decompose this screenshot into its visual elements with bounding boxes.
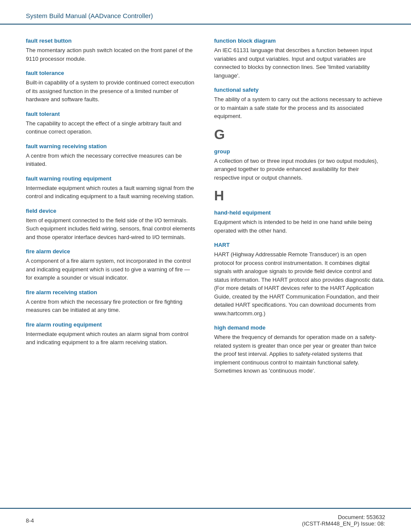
- main-content: fault reset buttonThe momentary action p…: [0, 25, 411, 386]
- term-title-hart: HART: [214, 242, 385, 248]
- term-body-fault-warning-receiving-station: A centre from which the necessary correc…: [26, 152, 197, 168]
- term-title-function-block-diagram: function block diagram: [214, 37, 385, 44]
- term-title-group: group: [214, 148, 385, 155]
- term-body-function-block-diagram: An IEC 61131 language that describes a f…: [214, 46, 385, 80]
- page: System Build Manual (AADvance Controller…: [0, 0, 411, 532]
- term-body-fault-tolerance: Built-in capability of a system to provi…: [26, 78, 197, 104]
- page-title: System Build Manual (AADvance Controller…: [26, 12, 153, 19]
- term-title-fault-reset-button: fault reset button: [26, 37, 197, 44]
- document-info: Document: 553632 (ICSTT-RM448_EN_P) Issu…: [302, 514, 385, 527]
- term-body-hand-held-equipment: Equipment which is intended to be held i…: [214, 218, 385, 235]
- term-body-high-demand-mode: Where the frequency of demands for opera…: [214, 333, 385, 375]
- left-column: fault reset buttonThe momentary action p…: [26, 37, 197, 377]
- term-title-fire-alarm-device: fire alarm device: [26, 248, 197, 255]
- page-header: System Build Manual (AADvance Controller…: [0, 0, 411, 25]
- term-body-fire-alarm-routing-equipment: Intermediate equipment which routes an a…: [26, 330, 197, 347]
- page-footer: 8-4 Document: 553632 (ICSTT-RM448_EN_P) …: [0, 508, 411, 532]
- term-title-fault-tolerant: fault tolerant: [26, 111, 197, 117]
- term-title-high-demand-mode: high demand mode: [214, 324, 385, 331]
- term-body-fault-reset-button: The momentary action push switch located…: [26, 46, 197, 63]
- page-number: 8-4: [26, 517, 34, 524]
- term-title-functional-safety: functional safety: [214, 87, 385, 93]
- term-body-fault-warning-routing-equipment: Intermediate equipment which routes a fa…: [26, 184, 197, 201]
- section-letter-G: G: [214, 128, 385, 141]
- term-body-group: A collection of two or three input modul…: [214, 157, 385, 182]
- term-body-functional-safety: The ability of a system to carry out the…: [214, 95, 385, 121]
- term-body-field-device: Item of equipment connected to the field…: [26, 216, 197, 242]
- term-title-fault-warning-receiving-station: fault warning receiving station: [26, 143, 197, 149]
- term-body-hart: HART (Highway Addressable Remote Transdu…: [214, 250, 385, 317]
- term-title-field-device: field device: [26, 208, 197, 214]
- term-title-fault-tolerance: fault tolerance: [26, 70, 197, 76]
- term-body-fire-alarm-receiving-station: A centre from which the necessary fire p…: [26, 298, 197, 314]
- term-title-fire-alarm-routing-equipment: fire alarm routing equipment: [26, 321, 197, 328]
- section-letter-H: H: [214, 189, 385, 202]
- doc-line1: Document: 553632: [302, 514, 385, 520]
- term-body-fault-tolerant: The capability to accept the effect of a…: [26, 119, 197, 136]
- term-title-hand-held-equipment: hand-held equipment: [214, 209, 385, 216]
- doc-line2: (ICSTT-RM448_EN_P) Issue: 08:: [302, 520, 385, 527]
- right-column: function block diagramAn IEC 61131 langu…: [214, 37, 385, 377]
- term-title-fault-warning-routing-equipment: fault warning routing equipment: [26, 175, 197, 182]
- term-title-fire-alarm-receiving-station: fire alarm receiving station: [26, 289, 197, 296]
- term-body-fire-alarm-device: A component of a fire alarm system, not …: [26, 257, 197, 282]
